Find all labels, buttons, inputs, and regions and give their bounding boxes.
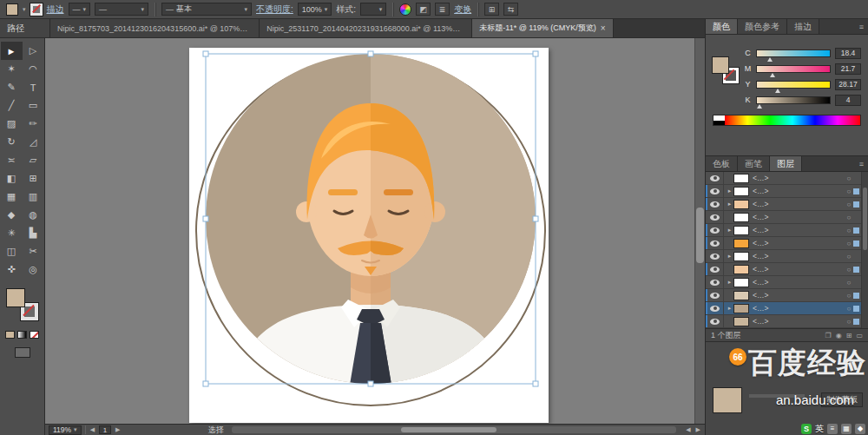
- layer-thumbnail[interactable]: [733, 174, 749, 183]
- expand-triangle-icon[interactable]: ▸: [726, 253, 733, 260]
- eyedropper-tool[interactable]: ◆: [1, 206, 23, 224]
- selection-indicator[interactable]: [853, 227, 859, 234]
- recolor-artwork-icon[interactable]: [399, 3, 411, 16]
- fill-indicator[interactable]: [713, 57, 728, 73]
- layer-row[interactable]: <…> ○: [706, 211, 868, 224]
- lasso-tool[interactable]: ◠: [23, 60, 44, 78]
- magic-wand-tool[interactable]: ✶: [1, 60, 23, 78]
- sogou-logo-icon[interactable]: S: [801, 424, 812, 434]
- selection-indicator[interactable]: [853, 267, 859, 273]
- layer-thumbnail[interactable]: [733, 317, 749, 326]
- line-segment-tool[interactable]: ╱: [1, 96, 23, 115]
- target-circle-icon[interactable]: ○: [845, 266, 853, 274]
- delete-layer-icon[interactable]: ▭: [856, 332, 863, 339]
- layer-row[interactable]: ▸ <…> ○: [706, 276, 868, 289]
- panel-menu-icon[interactable]: ≡: [855, 19, 868, 34]
- align-panel-icon[interactable]: ≣: [435, 3, 450, 16]
- tab-color-guide[interactable]: 颜色参考: [738, 19, 787, 34]
- slice-tool[interactable]: ✂: [23, 242, 44, 260]
- layer-thumbnail[interactable]: [733, 278, 749, 287]
- layer-name[interactable]: <…>: [753, 239, 845, 247]
- style-select[interactable]: ▾: [360, 3, 386, 16]
- visibility-eye-icon[interactable]: [710, 227, 720, 234]
- layer-name[interactable]: <…>: [753, 291, 845, 300]
- mesh-tool[interactable]: ▦: [1, 188, 23, 206]
- channel-value-field[interactable]: 21.7: [835, 63, 861, 75]
- selection-indicator[interactable]: [853, 241, 859, 247]
- selection-indicator[interactable]: [853, 280, 859, 286]
- next-artboard-button[interactable]: ▶: [115, 426, 121, 433]
- tab-color[interactable]: 颜色: [706, 19, 738, 34]
- paintbrush-tool[interactable]: ▨: [1, 115, 23, 133]
- tab-layers[interactable]: 图层: [770, 156, 802, 171]
- free-transform-tool[interactable]: ▱: [23, 151, 44, 169]
- channel-slider[interactable]: [756, 81, 831, 89]
- zoom-tool[interactable]: ◎: [23, 260, 44, 279]
- scale-tool[interactable]: ◿: [23, 133, 44, 151]
- layer-row[interactable]: ▸ <…> ○: [706, 250, 868, 263]
- vertical-scrollbar-thumb[interactable]: [696, 208, 704, 263]
- layer-thumbnail[interactable]: [733, 252, 749, 261]
- layer-row[interactable]: ▸ <…> ○: [706, 185, 868, 198]
- layer-row[interactable]: <…> ○: [706, 237, 868, 250]
- perspective-grid-tool[interactable]: ⊞: [23, 169, 44, 188]
- direct-selection-tool[interactable]: ▷: [23, 42, 44, 60]
- vertical-scrollbar[interactable]: [694, 38, 705, 424]
- selection-indicator[interactable]: [853, 319, 859, 325]
- gradient-tool[interactable]: ▥: [23, 188, 44, 206]
- selection-indicator[interactable]: [853, 293, 859, 299]
- layer-name[interactable]: <…>: [753, 200, 845, 208]
- tab-close-icon[interactable]: ×: [601, 23, 606, 33]
- zoom-level-select[interactable]: 119% ▾: [49, 425, 82, 435]
- tab-swatches[interactable]: 色板: [706, 156, 738, 171]
- layer-name[interactable]: <…>: [753, 213, 845, 221]
- expand-triangle-icon[interactable]: ▸: [726, 305, 733, 312]
- artboard-number-field[interactable]: 1: [99, 425, 111, 434]
- target-circle-icon[interactable]: ○: [845, 201, 853, 208]
- selection-indicator[interactable]: [853, 214, 859, 221]
- visibility-eye-icon[interactable]: [710, 280, 720, 286]
- stroke-weight-select[interactable]: —▾: [69, 3, 91, 16]
- visibility-eye-icon[interactable]: [710, 254, 720, 260]
- layer-thumbnail[interactable]: [733, 213, 749, 222]
- ime-keyboard-icon[interactable]: ▦: [841, 424, 852, 434]
- layer-name[interactable]: <…>: [753, 304, 845, 313]
- make-mask-icon[interactable]: ❐: [825, 332, 832, 339]
- brush-definition-select[interactable]: —基本▾: [161, 3, 252, 16]
- horizontal-scrollbar[interactable]: [232, 426, 676, 433]
- document-tab[interactable]: Nipic_8175703_2014123016204315600.ai* @ …: [50, 19, 260, 37]
- shape-builder-tool[interactable]: ◧: [1, 169, 23, 188]
- opacity-select[interactable]: 100%▾: [298, 3, 332, 16]
- new-layer-icon[interactable]: ⊞: [846, 332, 852, 339]
- opacity-link[interactable]: 不透明度:: [256, 3, 293, 16]
- canvas[interactable]: [45, 38, 705, 424]
- layer-name[interactable]: <…>: [753, 252, 845, 260]
- layers-scrollbar[interactable]: [861, 172, 868, 328]
- tab-stroke[interactable]: 描边: [787, 19, 819, 34]
- slider-thumb-icon[interactable]: [775, 89, 780, 93]
- column-graph-tool[interactable]: ▙: [23, 224, 44, 242]
- avatar-artwork[interactable]: [189, 48, 549, 423]
- channel-slider[interactable]: [756, 65, 831, 73]
- layer-name[interactable]: <…>: [753, 187, 845, 195]
- layer-thumbnail[interactable]: [733, 239, 749, 248]
- layer-thumbnail[interactable]: [733, 200, 749, 209]
- selection-indicator[interactable]: [853, 254, 859, 260]
- horizontal-scrollbar-thumb[interactable]: [401, 427, 496, 432]
- target-circle-icon[interactable]: ○: [845, 318, 853, 326]
- hand-tool[interactable]: ✜: [1, 260, 23, 279]
- selection-indicator[interactable]: [853, 175, 859, 181]
- target-circle-icon[interactable]: ○: [845, 305, 853, 313]
- color-spectrum-bar[interactable]: [713, 115, 861, 126]
- expand-triangle-icon[interactable]: ▸: [726, 279, 733, 286]
- visibility-eye-icon[interactable]: [710, 293, 720, 299]
- target-circle-icon[interactable]: ○: [845, 227, 853, 234]
- artboard-tool[interactable]: ◫: [1, 242, 23, 260]
- selection-indicator[interactable]: [853, 306, 859, 312]
- layer-thumbnail[interactable]: [733, 291, 749, 300]
- target-circle-icon[interactable]: ○: [845, 175, 853, 182]
- slider-thumb-icon[interactable]: [770, 73, 775, 77]
- layer-row[interactable]: ▸ <…> ○: [706, 198, 868, 211]
- expand-triangle-icon[interactable]: ▸: [726, 188, 733, 194]
- symbol-sprayer-tool[interactable]: ✳: [1, 224, 23, 242]
